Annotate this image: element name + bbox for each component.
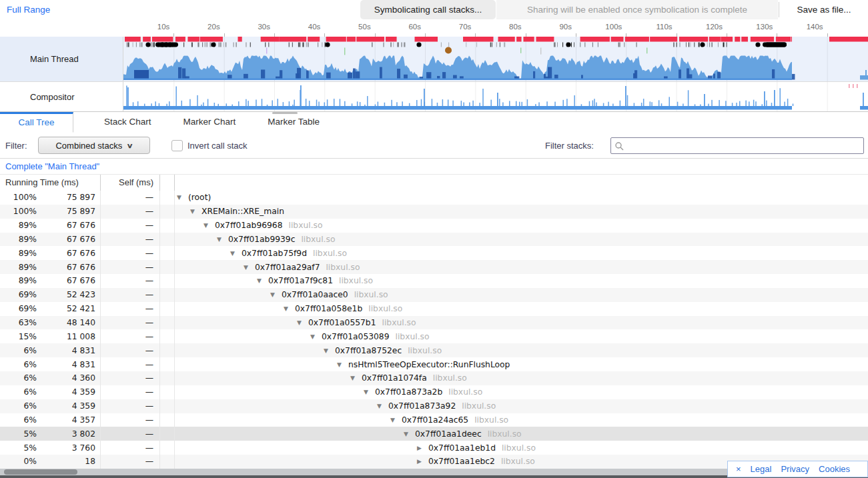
- tab-call-tree[interactable]: Call Tree: [0, 112, 73, 133]
- function-name[interactable]: 0x7ff01a7f9c81: [268, 276, 333, 285]
- table-row[interactable]: 5%3 802—▼0x7ff01aa1deeclibxul.so: [0, 427, 868, 441]
- table-row[interactable]: 100%75 897—▼XREMain::XRE_main: [0, 205, 868, 219]
- function-name[interactable]: (root): [188, 193, 211, 202]
- running-time-percent: 89%: [0, 276, 37, 285]
- self-time-value: —: [101, 357, 160, 371]
- timeline-ruler[interactable]: 10s20s30s40s50s60s70s80s90s100s110s120s1…: [0, 20, 868, 37]
- function-name[interactable]: nsHtml5TreeOpExecutor::RunFlushLoop: [348, 360, 510, 369]
- function-name[interactable]: XREMain::XRE_main: [201, 207, 284, 216]
- collapse-triangle-icon[interactable]: ▼: [364, 389, 375, 395]
- function-name[interactable]: 0x7ff01a053089: [322, 332, 390, 341]
- collapse-triangle-icon[interactable]: ▼: [404, 431, 415, 437]
- col-header-self[interactable]: Self (ms): [101, 175, 160, 191]
- collapse-triangle-icon[interactable]: ▼: [270, 291, 282, 298]
- ruler-label: 80s: [484, 23, 522, 31]
- track-label-compositor[interactable]: Compositor: [0, 82, 123, 111]
- stack-search-input[interactable]: [626, 139, 862, 154]
- table-row[interactable]: 69%52 423—▼0x7ff01a0aace0libxul.so: [0, 288, 868, 302]
- invert-call-stack-label[interactable]: Invert call stack: [187, 133, 248, 158]
- col-header-running-time[interactable]: Running Time (ms): [0, 175, 101, 191]
- self-time-value: —: [101, 399, 160, 413]
- ruler-label: 90s: [534, 23, 572, 31]
- ruler-label: 50s: [334, 23, 371, 31]
- function-name[interactable]: 0x7ff01a0aace0: [282, 290, 348, 299]
- collapse-triangle-icon[interactable]: ▼: [190, 208, 201, 215]
- tab-stack-chart[interactable]: Stack Chart: [88, 112, 167, 133]
- collapse-triangle-icon[interactable]: ▼: [244, 264, 255, 271]
- function-name[interactable]: 0x7ff01a24ac65: [402, 415, 468, 425]
- function-name[interactable]: 0x7ff01ab75f9d: [242, 249, 307, 258]
- save-as-file-button[interactable]: Save as file...: [780, 0, 868, 19]
- table-row[interactable]: 63%48 140—▼0x7ff01a0557b1libxul.so: [0, 316, 868, 330]
- table-row[interactable]: 89%67 676—▼0x7ff01a7f9c81libxul.so: [0, 274, 868, 288]
- footer-link-legal[interactable]: Legal: [751, 464, 772, 474]
- collapse-triangle-icon[interactable]: ▼: [310, 333, 322, 340]
- function-name[interactable]: 0x7ff01a1074fa: [362, 373, 427, 383]
- table-row[interactable]: 6%4 831—▼nsHtml5TreeOpExecutor::RunFlush…: [0, 357, 868, 371]
- timeline-scrollbar-thumb[interactable]: [272, 112, 298, 114]
- function-name[interactable]: 0x7ff01aa1deec: [415, 429, 482, 439]
- horizontal-scrollbar-thumb[interactable]: [4, 469, 77, 475]
- tab-marker-table[interactable]: Marker Table: [252, 112, 336, 133]
- breadcrumb[interactable]: Complete "Main Thread": [0, 159, 868, 175]
- table-row[interactable]: 6%4 359—▼0x7ff01a873a2blibxul.so: [0, 385, 868, 399]
- collapse-triangle-icon[interactable]: ▼: [257, 277, 268, 284]
- track-row-main-thread: Main Thread: [0, 37, 868, 82]
- function-name[interactable]: 0x7ff01a0557b1: [308, 318, 376, 327]
- tab-marker-chart[interactable]: Marker Chart: [167, 112, 252, 133]
- collapse-triangle-icon[interactable]: ▼: [350, 375, 362, 381]
- stacks-filter-dropdown[interactable]: Combined stacks ∨: [38, 137, 150, 154]
- table-row[interactable]: 15%11 008—▼0x7ff01a053089libxul.so: [0, 329, 868, 343]
- table-row[interactable]: 6%4 359—▼0x7ff01a873a92libxul.so: [0, 399, 868, 413]
- table-row[interactable]: 100%75 897—▼(root): [0, 191, 868, 205]
- table-row[interactable]: 6%4 360—▼0x7ff01a1074falibxul.so: [0, 371, 868, 385]
- table-row[interactable]: 89%67 676—▼0x7ff01ab75f9dlibxul.so: [0, 246, 868, 260]
- collapse-triangle-icon[interactable]: ▼: [230, 250, 242, 257]
- ruler-label: 70s: [434, 23, 471, 31]
- running-time-value: 4 357: [37, 415, 95, 425]
- collapse-triangle-icon[interactable]: ▼: [297, 319, 308, 326]
- function-name[interactable]: 0x7ff01a058e1b: [295, 304, 362, 313]
- table-row[interactable]: 89%67 676—▼0x7ff01ab96968libxul.so: [0, 219, 868, 233]
- invert-call-stack-checkbox[interactable]: [171, 140, 183, 151]
- compositor-activity-graph[interactable]: [123, 82, 868, 111]
- collapse-triangle-icon[interactable]: ▼: [203, 222, 215, 229]
- expand-triangle-icon[interactable]: ▶: [417, 458, 428, 465]
- running-time-percent: 89%: [0, 249, 37, 258]
- footer-link-privacy[interactable]: Privacy: [781, 464, 809, 474]
- collapse-triangle-icon[interactable]: ▼: [390, 417, 402, 423]
- table-row[interactable]: 6%4 831—▼0x7ff01a8752eclibxul.so: [0, 343, 868, 357]
- full-range-link[interactable]: Full Range: [7, 0, 50, 19]
- function-name[interactable]: 0x7ff01a873a2b: [375, 387, 442, 397]
- running-time-value: 48 140: [37, 318, 95, 327]
- table-row[interactable]: 5%3 760—▶0x7ff01aa1eb1dlibxul.so: [0, 441, 868, 455]
- function-name[interactable]: 0x7ff01aa29af7: [255, 263, 320, 272]
- collapse-triangle-icon[interactable]: ▼: [377, 403, 388, 409]
- function-name[interactable]: 0x7ff01aa1ebc2: [428, 457, 495, 466]
- library-name: libxul.so: [382, 318, 416, 327]
- function-name[interactable]: 0x7ff01a8752ec: [335, 346, 402, 355]
- collapse-triangle-icon[interactable]: ▼: [337, 361, 348, 368]
- toolbar-divider: [779, 2, 779, 17]
- track-label-main-thread[interactable]: Main Thread: [0, 37, 123, 81]
- table-row[interactable]: 6%4 357—▼0x7ff01a24ac65libxul.so: [0, 413, 868, 427]
- expand-triangle-icon[interactable]: ▶: [417, 445, 428, 451]
- function-name[interactable]: 0x7ff01ab9939c: [228, 235, 295, 244]
- function-name[interactable]: 0x7ff01a873a92: [388, 401, 456, 411]
- running-time-percent: 6%: [0, 387, 37, 397]
- close-icon[interactable]: ×: [736, 464, 741, 474]
- table-row[interactable]: 89%67 676—▼0x7ff01ab9939clibxul.so: [0, 233, 868, 247]
- col-header-icons: [160, 175, 175, 191]
- function-name[interactable]: 0x7ff01ab96968: [215, 221, 283, 230]
- table-row[interactable]: 69%52 421—▼0x7ff01a058e1blibxul.so: [0, 302, 868, 316]
- function-name[interactable]: 0x7ff01aa1eb1d: [428, 443, 496, 453]
- collapse-triangle-icon[interactable]: ▼: [217, 236, 228, 243]
- collapse-triangle-icon[interactable]: ▼: [324, 347, 335, 354]
- table-row[interactable]: 89%67 676—▼0x7ff01aa29af7libxul.so: [0, 260, 868, 274]
- footer-link-cookies[interactable]: Cookies: [819, 464, 850, 474]
- collapse-triangle-icon[interactable]: ▼: [284, 305, 295, 312]
- collapse-triangle-icon[interactable]: ▼: [177, 194, 188, 201]
- symbolicating-status-button[interactable]: Symbolicating call stacks...: [360, 0, 496, 19]
- main-thread-activity-graph[interactable]: [123, 37, 868, 81]
- ruler-label: 120s: [685, 23, 723, 31]
